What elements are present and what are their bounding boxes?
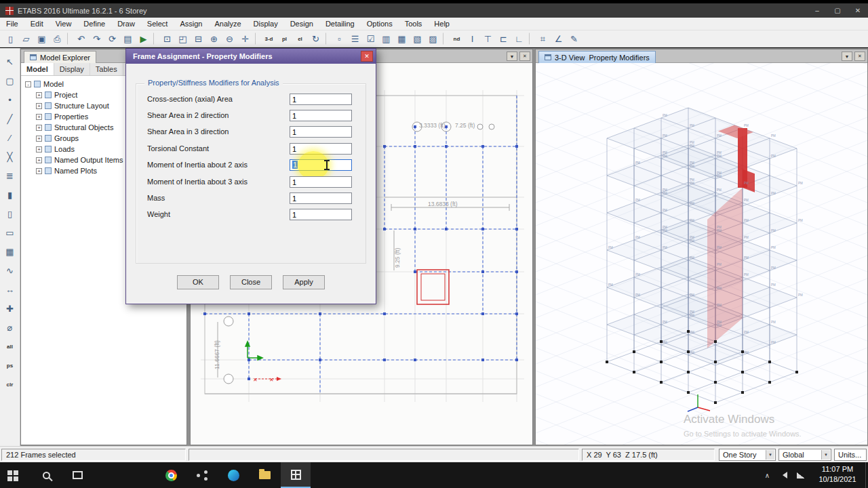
previous-selection-icon[interactable]: ps [2,357,18,373]
show-selection-icon[interactable]: ☑ [363,32,378,46]
window-menu-icon[interactable]: ▼ [842,52,852,61]
start-button[interactable] [0,462,30,488]
expand-icon[interactable] [36,168,42,174]
draw-frame-icon[interactable]: ╱ [2,110,18,127]
dropdown-arrow-icon[interactable]: ▼ [766,450,774,460]
axial-area-input[interactable] [290,94,352,105]
menu-edit[interactable]: Edit [24,18,50,30]
toolbar-separator[interactable] [67,33,71,45]
tab-display[interactable]: Display [54,63,90,76]
save-model-icon[interactable]: ▣ [35,32,49,46]
menu-display[interactable]: Display [248,18,284,30]
quick-draw-floor-icon[interactable]: ▦ [2,243,18,260]
mass-input[interactable] [290,192,352,204]
ok-button[interactable]: OK [177,275,219,289]
window-menu-icon[interactable]: ▼ [507,52,517,61]
minimize-button[interactable]: – [807,3,827,18]
etabs-taskbar-button[interactable] [281,462,311,488]
menu-view[interactable]: View [50,18,78,30]
dropdown-arrow-icon[interactable]: ▼ [821,450,830,460]
refresh-window-icon[interactable]: ⟳ [105,32,119,46]
close-button[interactable]: ✕ [848,3,868,18]
redo-icon[interactable]: ↷ [90,32,104,46]
chrome-button[interactable] [156,462,186,488]
toolbar-separator[interactable] [255,33,259,45]
select-all-icon[interactable]: all [2,338,18,354]
tab-tables[interactable]: Tables [90,63,123,76]
toolbar-separator[interactable] [153,33,157,45]
window-close-icon[interactable]: ✕ [854,52,865,61]
plan-view-icon[interactable]: pl [277,32,292,46]
expand-icon[interactable] [36,125,42,131]
print-icon[interactable]: ⎙ [50,32,64,46]
draw-link-icon[interactable]: ∿ [2,262,18,279]
display-options-icon[interactable]: ☰ [348,32,362,46]
i-section-icon[interactable]: I [465,32,479,46]
undo-icon[interactable]: ↶ [74,32,88,46]
lock-model-icon[interactable]: ▤ [121,32,135,46]
network-icon[interactable] [797,472,805,479]
quick-draw-secondary-beam-icon[interactable]: ≣ [2,167,18,184]
expand-icon[interactable] [36,103,42,109]
elevation-view-icon[interactable]: el [293,32,307,46]
menu-define[interactable]: Define [77,18,111,30]
draw-joint-icon[interactable]: • [2,92,18,108]
view-3d-icon[interactable]: 3-d [262,32,276,46]
tab-model[interactable]: Model [21,63,54,76]
select-window-icon[interactable]: ▢ [2,73,18,89]
assign-frame-icon[interactable]: ▥ [379,32,393,46]
task-view-button[interactable] [62,462,92,488]
previous-zoom-icon[interactable]: ⊟ [191,32,205,46]
channel-section-icon[interactable]: ⊏ [496,32,511,46]
paint-properties-icon[interactable]: ▧ [410,32,425,46]
draw-reference-point-icon[interactable]: ✚ [2,300,18,317]
zoom-out-icon[interactable]: ⊖ [222,32,237,46]
torsional-constant-input[interactable] [290,143,352,155]
file-explorer-button[interactable] [250,462,279,488]
open-model-icon[interactable]: ▱ [19,32,33,46]
coordinate-system-selector[interactable]: Global ▼ [778,449,831,461]
expand-icon[interactable] [36,136,42,142]
toolbar-separator[interactable] [443,33,447,45]
tray-expand-icon[interactable]: ∧ [765,472,770,479]
assign-shell-icon[interactable]: ▦ [395,32,409,46]
menu-design[interactable]: Design [284,18,319,30]
taskbar-clock[interactable]: 11:07 PM 10/18/2021 [812,464,863,485]
angle-section-icon[interactable]: ∟ [512,32,526,46]
units-selector[interactable]: Units... [834,449,867,461]
menu-select[interactable]: Select [141,18,174,30]
share-app-button[interactable] [187,462,217,488]
menu-assign[interactable]: Assign [174,18,208,30]
menu-options[interactable]: Options [361,18,399,30]
rubber-band-zoom-icon[interactable]: ⊡ [160,32,174,46]
run-analysis-icon[interactable]: ▶ [136,32,151,46]
zoom-in-icon[interactable]: ⊕ [207,32,221,46]
pan-icon[interactable]: ✛ [238,32,252,46]
search-button[interactable] [31,462,61,488]
menu-analyze[interactable]: Analyze [208,18,247,30]
close-button[interactable]: Close [230,275,272,289]
view-3d-canvas[interactable]: PMPMPMPMPMPMPMPMPMPMPMPMPMPMPMPMPMPMPMPM… [536,63,867,445]
collapse-icon[interactable] [25,81,31,87]
snap-line-icon[interactable]: ∠ [551,32,566,46]
quick-draw-wall-icon[interactable]: ▯ [2,205,18,222]
shear-area-2-input[interactable] [290,110,352,121]
clear-selection-icon[interactable]: clr [2,376,18,392]
weight-input[interactable] [290,209,352,220]
menu-file[interactable]: File [0,18,24,30]
toolbar-separator[interactable] [529,33,533,45]
expand-icon[interactable] [36,157,42,163]
restore-full-view-icon[interactable]: ◰ [176,32,190,46]
draw-dimension-icon[interactable]: ↔ [2,281,18,298]
volume-icon[interactable] [779,472,787,479]
maximize-button[interactable]: ▢ [827,3,848,18]
rotate-3d-view-icon[interactable]: ↻ [309,32,323,46]
dialog-title-bar[interactable]: Frame Assignment - Property Modifiers ✕ [126,49,376,64]
view-3d-tab[interactable]: 3-D View Property Modifiers [538,51,656,63]
expand-icon[interactable] [36,146,42,152]
story-selector[interactable]: One Story ▼ [719,449,776,461]
apply-button[interactable]: Apply [283,275,325,289]
edge-button[interactable] [218,462,248,488]
menu-help[interactable]: Help [428,18,456,30]
select-pointer-icon[interactable]: ↖ [2,54,18,70]
